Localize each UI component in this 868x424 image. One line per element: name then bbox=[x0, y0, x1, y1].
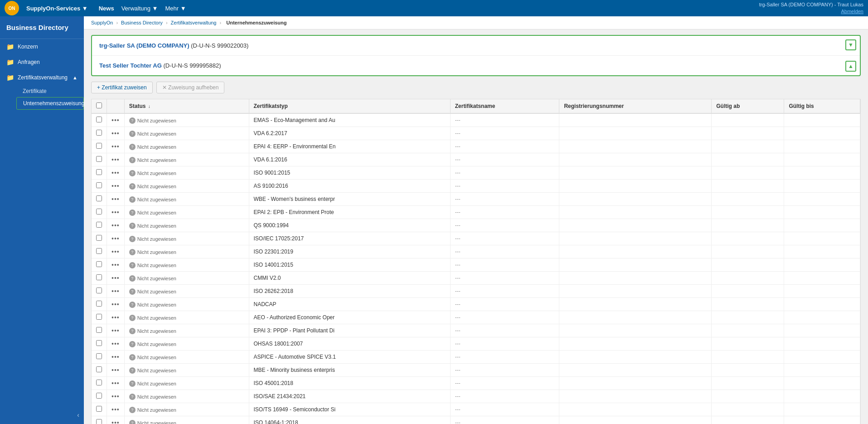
row-actions-button[interactable]: ••• bbox=[112, 195, 120, 203]
row-checkbox[interactable] bbox=[96, 156, 102, 162]
sidebar-item-zertifikatsverwaltung[interactable]: 📁 Zertifikatsverwaltung ▲ bbox=[0, 70, 84, 85]
row-checkbox[interactable] bbox=[96, 366, 102, 372]
breadcrumb-directory[interactable]: Business Directory bbox=[121, 20, 163, 25]
row-actions-button[interactable]: ••• bbox=[112, 380, 120, 387]
collapse-icon[interactable]: ‹ bbox=[77, 411, 79, 419]
row-actions-button[interactable]: ••• bbox=[112, 169, 120, 176]
row-actions-button[interactable]: ••• bbox=[112, 406, 120, 413]
row-actions-button[interactable]: ••• bbox=[112, 274, 120, 282]
row-actions-button[interactable]: ••• bbox=[112, 353, 120, 361]
row-actions-cell[interactable]: ••• bbox=[107, 351, 125, 364]
nav-news[interactable]: News bbox=[99, 5, 114, 12]
breadcrumb-supplyon[interactable]: SupplyOn bbox=[91, 20, 113, 25]
row-checkbox[interactable] bbox=[96, 222, 102, 228]
sidebar-item-anfragen[interactable]: 📁 Anfragen bbox=[0, 54, 84, 70]
row-checkbox[interactable] bbox=[96, 314, 102, 320]
row-checkbox-cell[interactable] bbox=[92, 377, 107, 390]
row-actions-button[interactable]: ••• bbox=[112, 261, 120, 268]
row-checkbox[interactable] bbox=[96, 182, 102, 188]
col-status-header[interactable]: Status ↓ bbox=[124, 99, 249, 113]
row-actions-button[interactable]: ••• bbox=[112, 340, 120, 347]
row-actions-cell[interactable]: ••• bbox=[107, 298, 125, 311]
row-actions-cell[interactable]: ••• bbox=[107, 193, 125, 206]
row-actions-button[interactable]: ••• bbox=[112, 288, 120, 295]
row-actions-button[interactable]: ••• bbox=[112, 209, 120, 216]
row-actions-cell[interactable]: ••• bbox=[107, 390, 125, 403]
logout-link[interactable]: Abmelden bbox=[841, 9, 863, 14]
row-actions-button[interactable]: ••• bbox=[112, 366, 120, 374]
company-toggle-collapse[interactable]: ▼ bbox=[845, 39, 856, 50]
row-actions-button[interactable]: ••• bbox=[112, 419, 120, 424]
row-checkbox-cell[interactable] bbox=[92, 153, 107, 166]
row-checkbox[interactable] bbox=[96, 327, 102, 333]
row-actions-cell[interactable]: ••• bbox=[107, 272, 125, 285]
row-checkbox[interactable] bbox=[96, 393, 102, 399]
breadcrumb-zertifikat[interactable]: Zertifikatsverwaltung bbox=[171, 20, 217, 25]
row-checkbox[interactable] bbox=[96, 274, 102, 280]
row-actions-button[interactable]: ••• bbox=[112, 130, 120, 137]
nav-verwaltung[interactable]: Verwaltung ▼ bbox=[121, 5, 158, 12]
row-actions-button[interactable]: ••• bbox=[112, 156, 120, 163]
row-checkbox-cell[interactable] bbox=[92, 127, 107, 140]
row-checkbox-cell[interactable] bbox=[92, 193, 107, 206]
row-checkbox-cell[interactable] bbox=[92, 166, 107, 180]
row-checkbox[interactable] bbox=[96, 406, 102, 412]
row-actions-button[interactable]: ••• bbox=[112, 314, 120, 321]
row-actions-button[interactable]: ••• bbox=[112, 393, 120, 400]
row-checkbox-cell[interactable] bbox=[92, 272, 107, 285]
revoke-assignment-button[interactable]: ✕ Zuweisung aufheben bbox=[156, 82, 225, 93]
row-checkbox-cell[interactable] bbox=[92, 180, 107, 193]
nav-mehr[interactable]: Mehr ▼ bbox=[165, 5, 186, 12]
select-all-checkbox[interactable] bbox=[96, 102, 102, 108]
row-checkbox[interactable] bbox=[96, 380, 102, 385]
sidebar-sub-unternehmenszuweisung[interactable]: Unternehmenszuweisung bbox=[16, 97, 84, 110]
row-checkbox-cell[interactable] bbox=[92, 324, 107, 337]
row-actions-cell[interactable]: ••• bbox=[107, 403, 125, 416]
row-checkbox-cell[interactable] bbox=[92, 416, 107, 424]
row-actions-cell[interactable]: ••• bbox=[107, 166, 125, 180]
row-checkbox-cell[interactable] bbox=[92, 311, 107, 324]
row-actions-cell[interactable]: ••• bbox=[107, 337, 125, 351]
row-checkbox-cell[interactable] bbox=[92, 298, 107, 311]
row-checkbox-cell[interactable] bbox=[92, 337, 107, 351]
row-actions-cell[interactable]: ••• bbox=[107, 311, 125, 324]
row-checkbox[interactable] bbox=[96, 301, 102, 307]
row-actions-button[interactable]: ••• bbox=[112, 248, 120, 255]
row-checkbox-cell[interactable] bbox=[92, 232, 107, 245]
row-actions-cell[interactable]: ••• bbox=[107, 377, 125, 390]
row-actions-cell[interactable]: ••• bbox=[107, 245, 125, 258]
row-checkbox-cell[interactable] bbox=[92, 364, 107, 377]
row-checkbox-cell[interactable] bbox=[92, 390, 107, 403]
assign-certificate-button[interactable]: + Zertifikat zuweisen bbox=[91, 82, 153, 93]
row-checkbox[interactable] bbox=[96, 340, 102, 346]
row-actions-cell[interactable]: ••• bbox=[107, 232, 125, 245]
company-toggle-expand[interactable]: ▲ bbox=[845, 61, 856, 72]
row-actions-button[interactable]: ••• bbox=[112, 235, 120, 242]
row-checkbox-cell[interactable] bbox=[92, 351, 107, 364]
row-checkbox-cell[interactable] bbox=[92, 285, 107, 298]
row-actions-cell[interactable]: ••• bbox=[107, 364, 125, 377]
row-actions-button[interactable]: ••• bbox=[112, 117, 120, 124]
row-checkbox[interactable] bbox=[96, 419, 102, 424]
row-checkbox-cell[interactable] bbox=[92, 245, 107, 258]
row-actions-cell[interactable]: ••• bbox=[107, 113, 125, 127]
row-actions-cell[interactable]: ••• bbox=[107, 206, 125, 219]
row-checkbox-cell[interactable] bbox=[92, 219, 107, 232]
sidebar-sub-zertifikate[interactable]: Zertifikate bbox=[16, 85, 84, 97]
row-checkbox[interactable] bbox=[96, 143, 102, 149]
row-actions-cell[interactable]: ••• bbox=[107, 219, 125, 232]
sidebar-item-konzern[interactable]: 📁 Konzern bbox=[0, 39, 84, 54]
row-actions-cell[interactable]: ••• bbox=[107, 127, 125, 140]
row-checkbox[interactable] bbox=[96, 130, 102, 136]
col-select-all[interactable] bbox=[92, 99, 107, 113]
row-checkbox[interactable] bbox=[96, 209, 102, 214]
row-checkbox[interactable] bbox=[96, 195, 102, 201]
row-checkbox-cell[interactable] bbox=[92, 206, 107, 219]
row-checkbox[interactable] bbox=[96, 169, 102, 175]
row-actions-cell[interactable]: ••• bbox=[107, 153, 125, 166]
row-checkbox[interactable] bbox=[96, 353, 102, 359]
row-checkbox[interactable] bbox=[96, 235, 102, 241]
services-menu[interactable]: SupplyOn-Services ▼ bbox=[26, 5, 88, 12]
row-checkbox[interactable] bbox=[96, 261, 102, 267]
row-checkbox-cell[interactable] bbox=[92, 113, 107, 127]
